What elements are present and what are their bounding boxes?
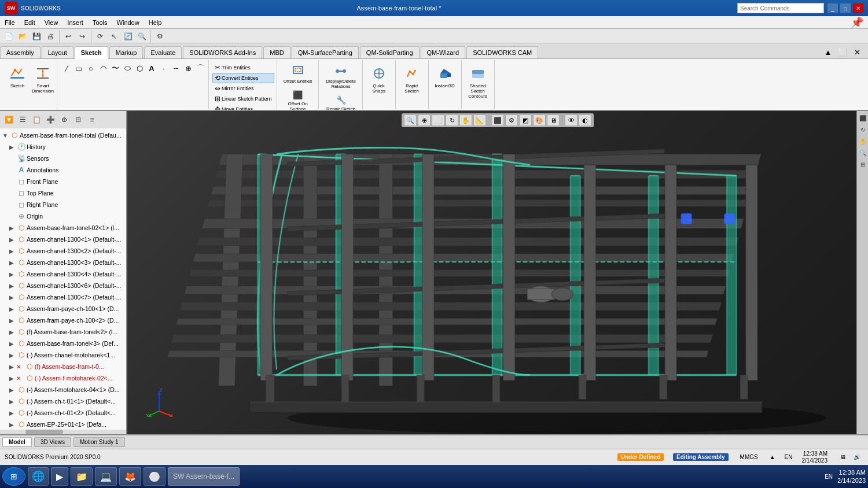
tab-3d-views[interactable]: 3D Views	[34, 437, 71, 447]
tree-item[interactable]: ▶ ⬡ (-) Assem-ch-t-01<1> (Default<...	[0, 395, 126, 407]
menu-file[interactable]: File	[0, 16, 20, 28]
mirror-entities-button[interactable]: ⇔ Mirror Entities	[212, 83, 274, 94]
arc-button[interactable]: ◠	[97, 62, 109, 74]
tree-item[interactable]: ▶ ⬡ Assem-base-fram-tonel-02<1> (l...	[0, 222, 126, 234]
tab-assembly[interactable]: Assembly	[0, 46, 41, 58]
tree-item[interactable]: ▶ ⬡ Assem-chanel-1300<3> (Default-...	[0, 257, 126, 268]
add-component-button[interactable]: ➕	[44, 114, 57, 125]
trim-entities-button[interactable]: ✂ Trim Entities	[212, 62, 274, 73]
tree-item[interactable]: ▶ ⬡ Assem-base-fram-tonel<3> (Def...	[0, 338, 126, 349]
zoom-right-button[interactable]: 🔍	[858, 148, 867, 157]
tree-annotations[interactable]: A Annotations	[0, 164, 126, 176]
tree-item-error[interactable]: ▶ ✕ ⬡ (f) Assem-base-fram-t-0...	[0, 361, 126, 372]
quick-snaps-button[interactable]: Quick Snaps	[366, 62, 392, 97]
tree-top-plane[interactable]: ◻ Top Plane	[0, 187, 126, 199]
windows-explorer-button[interactable]: 💻	[95, 467, 117, 486]
move-entities-button[interactable]: ✥ Move Entities	[212, 104, 274, 111]
line-button[interactable]: ╱	[61, 62, 72, 74]
folder-button[interactable]: 📁	[71, 467, 93, 486]
list-view-button[interactable]: ☰	[16, 114, 29, 125]
tree-item[interactable]: ▶ ⬡ Assem-chanel-1300<7> (Default-...	[0, 291, 126, 303]
ie-button[interactable]: 🌐	[28, 467, 49, 486]
tab-sketch[interactable]: Sketch	[75, 46, 108, 59]
redo-button[interactable]: ↪	[76, 31, 89, 42]
view-cube-button[interactable]: ⬛	[858, 113, 867, 123]
tree-item[interactable]: ▶ ⬡ (f) Assem-base-fram-tonel<2> (l...	[0, 326, 126, 338]
select-button[interactable]: ↖	[108, 31, 120, 42]
tab-sw-cam[interactable]: SOLIDWORKS CAM	[466, 46, 538, 58]
menu-view[interactable]: View	[40, 16, 63, 28]
filter-button[interactable]: 🔽	[2, 114, 15, 125]
tree-right-plane[interactable]: ◻ Right Plane	[0, 199, 126, 210]
tree-scrollbar[interactable]	[0, 430, 126, 434]
rebuild-button[interactable]: ⟳	[94, 31, 106, 42]
rotate-view-button[interactable]: 🔄	[122, 31, 134, 42]
tree-item[interactable]: ▶ ⬡ Assem-chanel-1300<6> (Default-...	[0, 280, 126, 291]
menu-window[interactable]: Window	[112, 16, 144, 28]
tree-item-error[interactable]: ▶ ✕ ⬡ (-) Assem-f-motoharek-02<...	[0, 372, 126, 384]
restore-button[interactable]: □	[840, 3, 851, 13]
polygon-button[interactable]: ⬡	[134, 62, 145, 74]
tab-layout[interactable]: Layout	[42, 46, 73, 58]
sound-icon[interactable]: 🔊	[851, 451, 863, 464]
network-icon[interactable]: 🖥	[837, 451, 849, 464]
tab-qm-surface[interactable]: QM-SurfaceParting	[292, 46, 359, 58]
tab-markup[interactable]: Markup	[109, 46, 144, 58]
offset-surface-button[interactable]: ⬛ Offset On Surface	[281, 87, 315, 111]
tree-front-plane[interactable]: ◻ Front Plane	[0, 176, 126, 187]
smart-dimension-button[interactable]: Smart Dimension	[31, 62, 54, 97]
tab-evaluate[interactable]: Evaluate	[144, 46, 182, 58]
text-button[interactable]: A	[146, 62, 157, 74]
part-view-button[interactable]: 📋	[30, 114, 43, 125]
start-button[interactable]: ⊞	[2, 467, 25, 486]
centerline-button[interactable]: ╌	[170, 62, 182, 74]
tree-item[interactable]: ▶ ⬡ Assem-chanel-1300<4> (Default-...	[0, 268, 126, 280]
rectangle-button[interactable]: ▭	[73, 62, 84, 74]
linear-sketch-button[interactable]: ⊞ Linear Sketch Pattern	[212, 94, 274, 104]
menu-help[interactable]: Help	[144, 16, 167, 28]
pan-right-button[interactable]: ✋	[858, 136, 867, 146]
open-button[interactable]: 📂	[16, 31, 29, 42]
pin-icon[interactable]: 📌	[851, 16, 863, 29]
solidworks-taskbar-button[interactable]: SW Assem-base-f...	[168, 467, 240, 486]
convert-entities-button[interactable]: ⟲ Convert Entities	[212, 73, 274, 83]
expand-all-button[interactable]: ≡	[86, 114, 98, 125]
menu-edit[interactable]: Edit	[20, 16, 40, 28]
tree-item[interactable]: ▶ ⬡ (-) Assem-ch-t-01<2> (Default<...	[0, 407, 126, 419]
firefox-button[interactable]: 🦊	[119, 467, 141, 486]
sketch-button[interactable]: Sketch	[5, 62, 30, 97]
tab-motion-study[interactable]: Motion Study 1	[73, 437, 125, 447]
minimize-button[interactable]: _	[827, 3, 838, 13]
tree-history[interactable]: ▶ 🕐 History	[0, 141, 126, 153]
rapid-sketch-button[interactable]: Rapid Sketch	[399, 62, 425, 97]
offset-entities-button[interactable]: Offset Entities	[281, 62, 315, 86]
fillet-button[interactable]: ⌒	[194, 62, 206, 74]
point-button[interactable]: ·	[158, 62, 170, 74]
fit-right-button[interactable]: ⊞	[858, 160, 867, 169]
print-button[interactable]: 🖨	[44, 31, 57, 42]
chrome-button[interactable]: ⚪	[144, 467, 165, 486]
zoom-button[interactable]: 🔍	[135, 31, 148, 42]
instant3d-button[interactable]: Instant3D	[432, 62, 458, 97]
spline-button[interactable]: 〜	[109, 62, 121, 74]
ellipse-button[interactable]: ⬭	[122, 62, 133, 74]
expand-ribbon-button[interactable]: ▲	[822, 46, 834, 58]
new-button[interactable]: 📄	[2, 31, 15, 42]
viewport[interactable]: 🔍 ⊕ ⬜ ↻ ✋ 📐 ⬛ ⚙ ◩ 🎨 🖥 👁 ◐	[127, 111, 868, 434]
tree-item[interactable]: ▶ ⬡ (-) Assem-chanel-motoharek<1...	[0, 349, 126, 361]
tree-item[interactable]: ▶ ⬡ Assem-fram-paye-ch-100<1> (D...	[0, 303, 126, 315]
collapse-all-button[interactable]: ⊟	[72, 114, 84, 125]
tree-item[interactable]: ▶ ⬡ Assem-EP-25+01<1> (Defa...	[0, 419, 126, 430]
save-button[interactable]: 💾	[30, 31, 43, 42]
tab-qm-solid[interactable]: QM-SolidParting	[360, 46, 420, 58]
circle-button[interactable]: ○	[85, 62, 97, 74]
media-button[interactable]: ▶	[51, 467, 68, 486]
repair-sketch-button[interactable]: 🔧 Repair Sketch	[322, 93, 360, 111]
rotate-right-button[interactable]: ↻	[858, 125, 867, 134]
tree-origin[interactable]: ⊕ Origin	[0, 210, 126, 222]
tree-item[interactable]: ▶ ⬡ Assem-fram-paye-ch-100<2> (D...	[0, 315, 126, 326]
tree-item[interactable]: ▶ ⬡ Assem-chanel-1300<1> (Default-...	[0, 234, 126, 245]
midpoint-button[interactable]: ⊕	[182, 62, 194, 74]
tab-qm-wizard[interactable]: QM-Wizard	[421, 46, 466, 58]
undo-button[interactable]: ↩	[62, 31, 75, 42]
